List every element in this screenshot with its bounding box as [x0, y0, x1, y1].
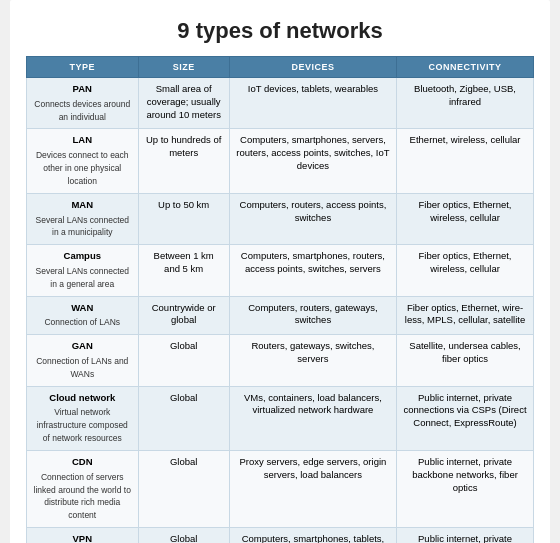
- type-name: PAN: [33, 83, 132, 96]
- cell-connectivity: Public internet, private connections via…: [397, 386, 534, 450]
- cell-type: LANDevices connect to each other in one …: [27, 129, 139, 193]
- header-connectivity: Connectivity: [397, 57, 534, 78]
- cell-type: CampusSeveral LANs connected in a genera…: [27, 245, 139, 296]
- cell-connectivity: Public internet, private connections wit…: [397, 527, 534, 543]
- cell-devices: VMs, containers, load balancers, virtual…: [229, 386, 396, 450]
- cell-size: Small area of coverage; usually around 1…: [138, 78, 229, 129]
- type-desc: Virtual network infrastructure composed …: [37, 407, 128, 443]
- table-row: GANConnection of LANs and WANsGlobalRout…: [27, 335, 534, 386]
- cell-devices: Proxy servers, edge servers, origin serv…: [229, 450, 396, 527]
- main-card: 9 types of networks Type Size Devices Co…: [10, 0, 550, 543]
- table-row: CampusSeveral LANs connected in a genera…: [27, 245, 534, 296]
- cell-size: Countrywide or global: [138, 296, 229, 335]
- cell-connectivity: Fiber optics, Ethernet, wire-less, MPLS,…: [397, 296, 534, 335]
- cell-type: VPNVirtual network overlay on an existin…: [27, 527, 139, 543]
- type-name: Campus: [33, 250, 132, 263]
- type-name: LAN: [33, 134, 132, 147]
- cell-size: Global: [138, 386, 229, 450]
- table-row: CDNConnection of servers linked around t…: [27, 450, 534, 527]
- type-desc: Connection of LANs and WANs: [36, 356, 128, 379]
- cell-connectivity: Satellite, undersea cables, fiber optics: [397, 335, 534, 386]
- type-name: VPN: [33, 533, 132, 543]
- cell-devices: Computers, routers, gateways, switches: [229, 296, 396, 335]
- header-size: Size: [138, 57, 229, 78]
- type-name: WAN: [33, 302, 132, 315]
- table-row: LANDevices connect to each other in one …: [27, 129, 534, 193]
- table-row: Cloud networkVirtual network infrastruct…: [27, 386, 534, 450]
- cell-connectivity: Fiber optics, Ethernet, wireless, cellul…: [397, 193, 534, 244]
- table-row: PANConnects devices around an individual…: [27, 78, 534, 129]
- cell-size: Up to hundreds of meters: [138, 129, 229, 193]
- type-desc: Several LANs connected in a general area: [35, 266, 129, 289]
- type-desc: Connection of servers linked around the …: [34, 472, 131, 520]
- cell-type: GANConnection of LANs and WANs: [27, 335, 139, 386]
- type-name: MAN: [33, 199, 132, 212]
- table-row: VPNVirtual network overlay on an existin…: [27, 527, 534, 543]
- cell-type: WANConnection of LANs: [27, 296, 139, 335]
- cell-type: MANSeveral LANs connected in a municipal…: [27, 193, 139, 244]
- cell-size: Global: [138, 527, 229, 543]
- cell-size: Up to 50 km: [138, 193, 229, 244]
- cell-size: Global: [138, 450, 229, 527]
- type-desc: Connects devices around an individual: [34, 99, 130, 122]
- type-name: Cloud network: [33, 392, 132, 405]
- cell-type: PANConnects devices around an individual: [27, 78, 139, 129]
- cell-type: CDNConnection of servers linked around t…: [27, 450, 139, 527]
- header-type: Type: [27, 57, 139, 78]
- cell-connectivity: Fiber optics, Ethernet, wireless, cellul…: [397, 245, 534, 296]
- cell-devices: Computers, smartphones, routers, access …: [229, 245, 396, 296]
- cell-connectivity: Bluetooth, Zigbee, USB, infrared: [397, 78, 534, 129]
- header-devices: Devices: [229, 57, 396, 78]
- cell-devices: Computers, smartphones, tablets, VPN ser…: [229, 527, 396, 543]
- cell-size: Between 1 km and 5 km: [138, 245, 229, 296]
- type-desc: Devices connect to each other in one phy…: [36, 150, 129, 186]
- type-name: GAN: [33, 340, 132, 353]
- cell-devices: Routers, gateways, switches, servers: [229, 335, 396, 386]
- cell-connectivity: Ethernet, wireless, cellular: [397, 129, 534, 193]
- cell-devices: Computers, routers, access points, switc…: [229, 193, 396, 244]
- page-title: 9 types of networks: [26, 18, 534, 44]
- cell-size: Global: [138, 335, 229, 386]
- table-row: MANSeveral LANs connected in a municipal…: [27, 193, 534, 244]
- type-name: CDN: [33, 456, 132, 469]
- table-row: WANConnection of LANsCountrywide or glob…: [27, 296, 534, 335]
- cell-connectivity: Public internet, private backbone networ…: [397, 450, 534, 527]
- type-desc: Several LANs connected in a municipality: [35, 215, 129, 238]
- type-desc: Connection of LANs: [44, 317, 120, 327]
- cell-devices: Computers, smartphones, servers, routers…: [229, 129, 396, 193]
- cell-devices: IoT devices, tablets, wearables: [229, 78, 396, 129]
- cell-type: Cloud networkVirtual network infrastruct…: [27, 386, 139, 450]
- network-types-table: Type Size Devices Connectivity PANConnec…: [26, 56, 534, 543]
